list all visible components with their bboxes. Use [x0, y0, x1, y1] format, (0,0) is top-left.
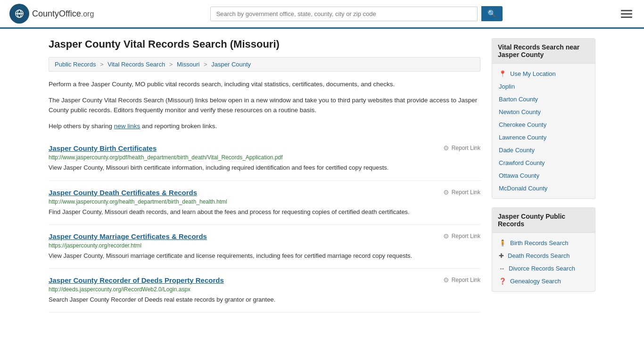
search-button[interactable]: 🔍 [481, 6, 503, 21]
nearby-item-2[interactable]: Barton County [492, 93, 595, 106]
report-link-icon-2: ⚙ [443, 232, 449, 240]
nearby-link-1[interactable]: Joplin [499, 83, 515, 90]
sidebar: Vital Records Search near Jasper County … [492, 38, 595, 313]
record-desc-1: Find Jasper County, Missouri death recor… [49, 207, 480, 217]
records-list: Jasper County Birth Certificates ⚙ Repor… [49, 137, 480, 313]
record-url-1[interactable]: http://www.jaspercounty.org/health_depar… [49, 198, 480, 205]
nearby-item-0[interactable]: 📍Use My Location [492, 67, 595, 80]
record-url-0[interactable]: http://www.jaspercounty.org/pdf/health_d… [49, 154, 480, 161]
nearby-list: 📍Use My LocationJoplinBarton CountyNewto… [492, 64, 595, 198]
record-header-2: Jasper County Marriage Certificates & Re… [49, 232, 480, 240]
menu-bar-2 [621, 13, 632, 15]
pr-link-3[interactable]: Genealogy Search [510, 278, 561, 285]
record-header-0: Jasper County Birth Certificates ⚙ Repor… [49, 144, 480, 152]
breadcrumb-missouri[interactable]: Missouri [177, 61, 199, 68]
record-url-2[interactable]: https://jaspercounty.org/recorder.html [49, 242, 480, 249]
record-entry-0: Jasper County Birth Certificates ⚙ Repor… [49, 137, 480, 181]
record-title-2[interactable]: Jasper County Marriage Certificates & Re… [49, 232, 207, 240]
desc-para-3: Help others by sharing new links and rep… [49, 121, 480, 132]
breadcrumb-vital-records[interactable]: Vital Records Search [107, 61, 165, 68]
nearby-item-9[interactable]: McDonald County [492, 182, 595, 195]
nearby-link-6[interactable]: Dade County [499, 147, 535, 154]
nearby-link-9[interactable]: McDonald County [499, 185, 547, 192]
nearby-item-6[interactable]: Dade County [492, 144, 595, 156]
record-desc-3: Search Jasper County Recorder of Deeds r… [49, 295, 480, 304]
nearby-link-4[interactable]: Cherokee County [499, 121, 546, 128]
record-entry-1: Jasper County Death Certificates & Recor… [49, 181, 480, 225]
page-title: Jasper County Vital Records Search (Miss… [49, 38, 480, 50]
nearby-item-1[interactable]: Joplin [492, 80, 595, 93]
record-entry-3: Jasper County Recorder of Deeds Property… [49, 269, 480, 313]
public-record-item-1[interactable]: ✚Death Records Search [492, 249, 595, 262]
nearby-title-text: Vital Records Search near Jasper County [498, 43, 579, 58]
search-area: 🔍 [210, 6, 503, 21]
public-record-item-2[interactable]: ↔Divorce Records Search [492, 262, 595, 275]
main-content: Jasper County Vital Records Search (Miss… [49, 38, 480, 313]
desc-para-2: The Jasper County Vital Records Search (… [49, 95, 480, 115]
search-icon: 🔍 [487, 9, 496, 17]
record-title-0[interactable]: Jasper County Birth Certificates [49, 144, 157, 152]
record-desc-2: View Jasper County, Missouri marriage ce… [49, 251, 480, 261]
report-link-2[interactable]: ⚙ Report Link [443, 232, 480, 240]
breadcrumb-sep-3: > [204, 61, 209, 68]
menu-bar-3 [621, 16, 632, 18]
pr-icon-3: ❓ [499, 278, 506, 285]
pr-icon-2: ↔ [499, 265, 505, 272]
pr-link-1[interactable]: Death Records Search [508, 252, 570, 259]
record-title-3[interactable]: Jasper County Recorder of Deeds Property… [49, 276, 224, 284]
desc3-prefix: Help others by sharing [49, 123, 114, 130]
record-header-3: Jasper County Recorder of Deeds Property… [49, 276, 480, 284]
logo-area[interactable]: CountyOffice.org [9, 4, 94, 24]
breadcrumb: Public Records > Vital Records Search > … [49, 57, 480, 72]
record-desc-0: View Jasper County, Missouri birth certi… [49, 163, 480, 173]
logo-name: CountyOffice [32, 9, 81, 18]
breadcrumb-public-records[interactable]: Public Records [55, 61, 96, 68]
nearby-item-7[interactable]: Crawford County [492, 156, 595, 169]
report-link-3[interactable]: ⚙ Report Link [443, 276, 480, 284]
nearby-link-3[interactable]: Newton County [499, 108, 541, 115]
pr-link-2[interactable]: Divorce Records Search [509, 265, 575, 272]
report-link-0[interactable]: ⚙ Report Link [443, 144, 480, 152]
record-url-3[interactable]: http://deeds.jaspercounty.org/iRecordWeb… [49, 286, 480, 293]
nearby-item-4[interactable]: Cherokee County [492, 118, 595, 131]
pr-link-0[interactable]: Birth Records Search [510, 239, 569, 247]
nearby-icon-0: 📍 [499, 70, 506, 77]
nearby-section: Vital Records Search near Jasper County … [492, 38, 595, 199]
logo-icon [9, 4, 29, 24]
public-records-section-title: Jasper County Public Records [492, 208, 595, 233]
nearby-link-8[interactable]: Ottawa County [499, 172, 539, 179]
nearby-section-title: Vital Records Search near Jasper County [492, 39, 595, 64]
report-link-icon-3: ⚙ [443, 276, 449, 284]
breadcrumb-jasper-county[interactable]: Jasper County [211, 61, 251, 68]
nearby-link-5[interactable]: Lawrence County [499, 134, 546, 141]
svg-point-4 [18, 13, 20, 15]
public-record-item-3[interactable]: ❓Genealogy Search [492, 275, 595, 288]
main-wrapper: Jasper County Vital Records Search (Miss… [39, 29, 605, 322]
search-input[interactable] [210, 7, 478, 21]
nearby-link-0[interactable]: Use My Location [510, 70, 556, 77]
nearby-link-7[interactable]: Crawford County [499, 159, 545, 166]
public-records-section: Jasper County Public Records 🧍Birth Reco… [492, 207, 595, 292]
menu-bar-1 [621, 10, 632, 11]
report-link-icon-1: ⚙ [443, 189, 449, 196]
record-entry-2: Jasper County Marriage Certificates & Re… [49, 225, 480, 269]
nearby-item-5[interactable]: Lawrence County [492, 131, 595, 144]
hamburger-menu-button[interactable] [619, 8, 635, 20]
nearby-item-3[interactable]: Newton County [492, 106, 595, 118]
record-header-1: Jasper County Death Certificates & Recor… [49, 189, 480, 197]
public-record-item-0[interactable]: 🧍Birth Records Search [492, 237, 595, 249]
pr-icon-0: 🧍 [499, 239, 506, 247]
desc-para-1: Perform a free Jasper County, MO public … [49, 79, 480, 90]
record-title-1[interactable]: Jasper County Death Certificates & Recor… [49, 189, 197, 197]
desc3-suffix: and reporting broken links. [140, 123, 217, 130]
new-links-link[interactable]: new links [114, 123, 140, 130]
nearby-link-2[interactable]: Barton County [499, 96, 538, 103]
nearby-item-8[interactable]: Ottawa County [492, 169, 595, 182]
public-records-title-text: Jasper County Public Records [498, 213, 565, 228]
public-records-list: 🧍Birth Records Search✚Death Records Sear… [492, 233, 595, 291]
report-link-icon-0: ⚙ [443, 144, 449, 152]
breadcrumb-sep-2: > [169, 61, 174, 68]
report-link-1[interactable]: ⚙ Report Link [443, 189, 480, 196]
breadcrumb-sep-1: > [100, 61, 105, 68]
site-header: CountyOffice.org 🔍 [0, 0, 644, 29]
